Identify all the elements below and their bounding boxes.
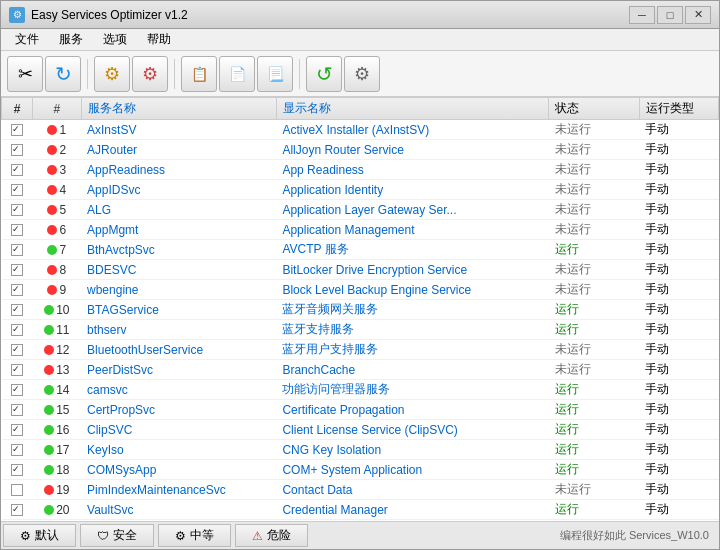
service-name[interactable]: bthserv — [81, 320, 276, 340]
service-name[interactable]: AppIDSvc — [81, 180, 276, 200]
menu-options[interactable]: 选项 — [93, 29, 137, 50]
row-checkbox[interactable] — [11, 444, 23, 456]
toolbar-list3-button[interactable]: 📃 — [257, 56, 293, 92]
service-name[interactable]: BthAvctpSvc — [81, 240, 276, 260]
service-name[interactable]: AppReadiness — [81, 160, 276, 180]
row-checkbox[interactable] — [11, 484, 23, 496]
table-row[interactable]: 7BthAvctpSvcAVCTP 服务运行手动 — [2, 240, 719, 260]
row-checkbox[interactable] — [11, 384, 23, 396]
table-row[interactable]: 3AppReadinessApp Readiness未运行手动 — [2, 160, 719, 180]
service-name[interactable]: COMSysApp — [81, 460, 276, 480]
status-bar-right: 编程很好如此 Services_W10.0 — [550, 522, 719, 549]
row-checkbox[interactable] — [11, 404, 23, 416]
minimize-button[interactable]: ─ — [629, 6, 655, 24]
row-checkbox[interactable] — [11, 184, 23, 196]
display-name: Contact Data — [276, 480, 548, 500]
row-checkbox[interactable] — [11, 304, 23, 316]
service-name[interactable]: VaultSvc — [81, 500, 276, 520]
service-name[interactable]: BluetoothUserService — [81, 340, 276, 360]
service-name[interactable]: ALG — [81, 200, 276, 220]
status-dot — [47, 265, 57, 275]
service-name[interactable]: AJRouter — [81, 140, 276, 160]
service-status: 运行 — [549, 440, 640, 460]
table-row[interactable]: 19PimIndexMaintenanceSvcContact Data未运行手… — [2, 480, 719, 500]
status-dot — [44, 345, 54, 355]
service-name[interactable]: BDESVC — [81, 260, 276, 280]
row-checkbox[interactable] — [11, 204, 23, 216]
toolbar-options-button[interactable]: ⚙ — [344, 56, 380, 92]
row-checkbox[interactable] — [11, 244, 23, 256]
toolbar-list2-button[interactable]: 📄 — [219, 56, 255, 92]
status-tab-safe[interactable]: 🛡 安全 — [80, 524, 154, 547]
service-name[interactable]: KeyIso — [81, 440, 276, 460]
services-table-container[interactable]: # # 服务名称 显示名称 状态 运行类型 1AxInstSVActiveX I… — [1, 97, 719, 521]
service-name[interactable]: AxInstSV — [81, 120, 276, 140]
row-checkbox[interactable] — [11, 124, 23, 136]
table-row[interactable]: 8BDESVCBitLocker Drive Encryption Servic… — [2, 260, 719, 280]
status-dot — [47, 165, 57, 175]
toolbar-settings-button[interactable]: ⚙ — [94, 56, 130, 92]
toolbar-restore-button[interactable]: ↺ — [306, 56, 342, 92]
table-row[interactable]: 6AppMgmtApplication Management未运行手动 — [2, 220, 719, 240]
service-name[interactable]: PeerDistSvc — [81, 360, 276, 380]
service-status: 未运行 — [549, 200, 640, 220]
table-row[interactable]: 12BluetoothUserService蓝牙用户支持服务未运行手动 — [2, 340, 719, 360]
table-row[interactable]: 20VaultSvcCredential Manager运行手动 — [2, 500, 719, 520]
status-tab-medium[interactable]: ⚙ 中等 — [158, 524, 231, 547]
close-button[interactable]: ✕ — [685, 6, 711, 24]
toolbar-list1-button[interactable]: 📋 — [181, 56, 217, 92]
service-name[interactable]: CertPropSvc — [81, 400, 276, 420]
col-header-num[interactable]: # — [33, 98, 81, 120]
row-checkbox[interactable] — [11, 504, 23, 516]
table-row[interactable]: 2AJRouterAllJoyn Router Service未运行手动 — [2, 140, 719, 160]
menu-service[interactable]: 服务 — [49, 29, 93, 50]
display-name: AVCTP 服务 — [276, 240, 548, 260]
service-name[interactable]: AppMgmt — [81, 220, 276, 240]
toolbar-config-button[interactable]: ⚙ — [132, 56, 168, 92]
toolbar-refresh-button[interactable]: ↻ — [45, 56, 81, 92]
row-checkbox[interactable] — [11, 284, 23, 296]
col-header-status[interactable]: 状态 — [549, 98, 640, 120]
status-tab-default[interactable]: ⚙ 默认 — [3, 524, 76, 547]
service-name[interactable]: PimIndexMaintenanceSvc — [81, 480, 276, 500]
status-tab-danger[interactable]: ⚠ 危险 — [235, 524, 308, 547]
table-row[interactable]: 11bthserv蓝牙支持服务运行手动 — [2, 320, 719, 340]
row-checkbox[interactable] — [11, 264, 23, 276]
service-name[interactable]: camsvc — [81, 380, 276, 400]
maximize-button[interactable]: □ — [657, 6, 683, 24]
col-header-display[interactable]: 显示名称 — [276, 98, 548, 120]
table-row[interactable]: 9wbengineBlock Level Backup Engine Servi… — [2, 280, 719, 300]
table-row[interactable]: 10BTAGService蓝牙音频网关服务运行手动 — [2, 300, 719, 320]
service-name[interactable]: ClipSVC — [81, 420, 276, 440]
toolbar-cut-button[interactable]: ✂ — [7, 56, 43, 92]
row-number: 7 — [59, 243, 66, 257]
row-checkbox[interactable] — [11, 344, 23, 356]
col-header-checkbox[interactable]: # — [2, 98, 33, 120]
table-row[interactable]: 1AxInstSVActiveX Installer (AxInstSV)未运行… — [2, 120, 719, 140]
table-row[interactable]: 4AppIDSvcApplication Identity未运行手动 — [2, 180, 719, 200]
row-checkbox[interactable] — [11, 224, 23, 236]
service-name[interactable]: BTAGService — [81, 300, 276, 320]
menu-help[interactable]: 帮助 — [137, 29, 181, 50]
toolbar-separator-2 — [174, 59, 175, 89]
menu-file[interactable]: 文件 — [5, 29, 49, 50]
row-checkbox[interactable] — [11, 464, 23, 476]
row-checkbox[interactable] — [11, 364, 23, 376]
row-checkbox[interactable] — [11, 424, 23, 436]
table-row[interactable]: 18COMSysAppCOM+ System Application运行手动 — [2, 460, 719, 480]
service-status: 运行 — [549, 300, 640, 320]
table-row[interactable]: 15CertPropSvcCertificate Propagation运行手动 — [2, 400, 719, 420]
table-row[interactable]: 5ALGApplication Layer Gateway Ser...未运行手… — [2, 200, 719, 220]
col-header-type[interactable]: 运行类型 — [639, 98, 718, 120]
table-row[interactable]: 14camsvc功能访问管理器服务运行手动 — [2, 380, 719, 400]
table-header-row: # # 服务名称 显示名称 状态 运行类型 — [2, 98, 719, 120]
service-name[interactable]: wbengine — [81, 280, 276, 300]
row-checkbox[interactable] — [11, 164, 23, 176]
row-checkbox[interactable] — [11, 324, 23, 336]
table-row[interactable]: 13PeerDistSvcBranchCache未运行手动 — [2, 360, 719, 380]
col-header-svcname[interactable]: 服务名称 — [81, 98, 276, 120]
row-checkbox[interactable] — [11, 144, 23, 156]
table-row[interactable]: 17KeyIsoCNG Key Isolation运行手动 — [2, 440, 719, 460]
table-row[interactable]: 16ClipSVCClient License Service (ClipSVC… — [2, 420, 719, 440]
row-number: 8 — [59, 263, 66, 277]
